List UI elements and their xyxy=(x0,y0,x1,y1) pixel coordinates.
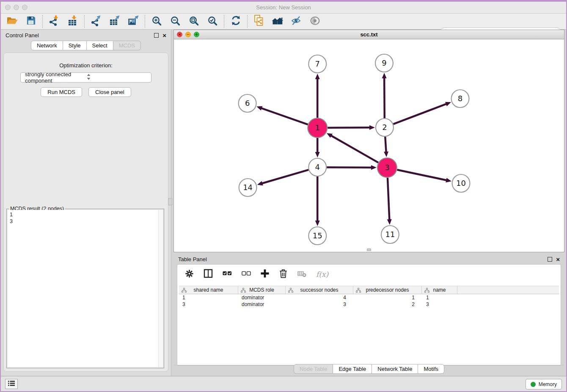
node-table: shared nameMCDS rolesuccessor nodesprede… xyxy=(179,286,559,364)
mcds-result-box: MCDS result (2 nodes) 1 3 xyxy=(6,209,164,368)
tab-network[interactable]: Network xyxy=(31,41,63,50)
graph-edge-4-15[interactable] xyxy=(315,177,320,226)
table-body: 1dominator4113dominator323 xyxy=(179,294,559,308)
canvas-resize-handle[interactable] xyxy=(367,248,371,251)
refresh-layout-button[interactable] xyxy=(230,16,242,28)
hide-all-columns-icon[interactable] xyxy=(242,269,251,279)
copy-network-button[interactable] xyxy=(253,16,265,28)
network-window-titlebar[interactable]: scc.txt xyxy=(174,30,564,39)
column-header-shared-name[interactable]: shared name xyxy=(179,286,238,294)
column-settings-icon[interactable] xyxy=(185,269,194,280)
table-row[interactable]: 1dominator411 xyxy=(179,294,559,301)
criterion-select[interactable]: strongly connected component xyxy=(20,72,151,83)
graph-node-2[interactable]: 2 xyxy=(376,119,394,136)
export-image-icon xyxy=(128,15,139,28)
graph-edge-1-2[interactable] xyxy=(328,125,375,130)
delete-columns-icon[interactable] xyxy=(279,269,288,280)
graph-node-14[interactable]: 14 xyxy=(239,179,257,196)
graph-edge-2-3[interactable] xyxy=(384,137,388,157)
graph-edge-3-1[interactable] xyxy=(327,133,378,163)
network-canvas[interactable]: 1234678910111415 xyxy=(174,39,564,252)
graph-node-1[interactable]: 1 xyxy=(308,118,327,138)
minimize-view-button[interactable] xyxy=(185,32,191,37)
graph-node-15[interactable]: 15 xyxy=(308,227,326,245)
maximize-view-button[interactable] xyxy=(194,32,199,37)
zoom-out-button[interactable] xyxy=(169,16,181,28)
graph-node-7[interactable]: 7 xyxy=(308,55,326,73)
tab-motifs[interactable]: Motifs xyxy=(418,364,444,374)
window-controls xyxy=(5,5,28,10)
graph-node-11[interactable]: 11 xyxy=(381,226,399,243)
column-header-successor-nodes[interactable]: successor nodes xyxy=(286,286,353,294)
show-graphics-details-button[interactable] xyxy=(309,16,321,28)
export-table-button[interactable] xyxy=(109,16,121,28)
close-table-panel-icon[interactable]: × xyxy=(556,257,560,262)
tab-style[interactable]: Style xyxy=(63,41,87,50)
control-panel-tabs: NetworkStyleSelectMCDS xyxy=(1,41,171,50)
tab-network-table[interactable]: Network Table xyxy=(372,364,418,374)
table-row[interactable]: 3dominator323 xyxy=(179,301,559,308)
export-image-button[interactable] xyxy=(127,16,139,28)
graph-node-4[interactable]: 4 xyxy=(308,158,326,176)
zoom-selected-button[interactable] xyxy=(206,16,218,28)
run-mcds-button[interactable]: Run MCDS xyxy=(41,87,82,97)
graph-node-8[interactable]: 8 xyxy=(451,90,469,108)
minimize-window-button[interactable] xyxy=(14,5,19,10)
graph-node-3[interactable]: 3 xyxy=(377,158,397,177)
svg-text:3: 3 xyxy=(385,163,389,172)
graph-node-9[interactable]: 9 xyxy=(375,54,393,72)
task-history-button[interactable] xyxy=(5,379,18,389)
splitter-handle[interactable] xyxy=(168,198,172,205)
task-list-icon xyxy=(8,380,15,388)
zoom-in-icon xyxy=(151,16,162,28)
zoom-in-button[interactable] xyxy=(151,16,162,28)
toggle-column-panel-icon[interactable] xyxy=(204,269,213,280)
svg-text:14: 14 xyxy=(243,183,253,192)
fit-content-button[interactable] xyxy=(188,16,200,28)
graph-edge-1-7[interactable] xyxy=(315,74,320,118)
svg-text:4: 4 xyxy=(315,163,320,171)
import-network-icon xyxy=(49,15,60,28)
import-table-button[interactable] xyxy=(67,16,79,28)
graph-edge-4-14[interactable] xyxy=(257,170,309,185)
graph-edge-1-4[interactable] xyxy=(315,138,320,157)
float-table-panel-icon[interactable] xyxy=(548,257,552,262)
graph-edge-1-6[interactable] xyxy=(256,106,308,124)
memory-button[interactable]: Memory xyxy=(526,379,562,389)
cybrowser-home-button[interactable] xyxy=(272,16,284,28)
close-view-button[interactable] xyxy=(177,32,182,37)
create-column-icon[interactable] xyxy=(261,269,269,279)
column-header-MCDS-role[interactable]: MCDS role xyxy=(238,286,286,294)
graph-node-10[interactable]: 10 xyxy=(452,174,470,192)
table-panel-title: Table Panel xyxy=(178,256,207,262)
close-panel-button[interactable]: Close panel xyxy=(88,87,131,97)
open-session-button[interactable] xyxy=(6,16,18,28)
table-panel-tabs: Node TableEdge TableNetwork TableMotifs xyxy=(173,364,564,374)
zoom-window-button[interactable] xyxy=(22,5,28,10)
tab-mcds[interactable]: MCDS xyxy=(113,41,141,50)
graph-edge-3-11[interactable] xyxy=(387,178,392,225)
import-network-button[interactable] xyxy=(48,16,60,28)
graph-node-6[interactable]: 6 xyxy=(239,94,256,112)
tab-select[interactable]: Select xyxy=(87,41,113,50)
graph-edge-2-9[interactable] xyxy=(382,73,387,118)
result-scrollbar[interactable] xyxy=(158,210,163,367)
memory-label: Memory xyxy=(539,381,557,387)
column-header-name[interactable]: name xyxy=(422,286,457,294)
close-window-button[interactable] xyxy=(5,5,11,10)
graph-edge-3-10[interactable] xyxy=(397,170,451,182)
float-panel-icon[interactable] xyxy=(154,33,159,38)
export-network-button[interactable] xyxy=(90,16,102,28)
eye-icon xyxy=(310,16,320,27)
column-header-predecessor-nodes[interactable]: predecessor nodes xyxy=(353,286,422,294)
graph-edge-4-3[interactable] xyxy=(327,165,377,170)
show-all-columns-icon[interactable] xyxy=(223,269,232,279)
hide-graphics-details-button[interactable] xyxy=(290,16,302,28)
graph-edge-2-8[interactable] xyxy=(393,102,451,124)
save-session-button[interactable] xyxy=(25,16,37,28)
tab-node-table[interactable]: Node Table xyxy=(294,364,333,374)
tab-edge-table[interactable]: Edge Table xyxy=(333,364,372,374)
refresh-icon xyxy=(231,15,241,28)
close-panel-icon[interactable]: × xyxy=(162,33,166,38)
control-panel: Control Panel × NetworkStyleSelectMCDS O… xyxy=(1,30,171,376)
